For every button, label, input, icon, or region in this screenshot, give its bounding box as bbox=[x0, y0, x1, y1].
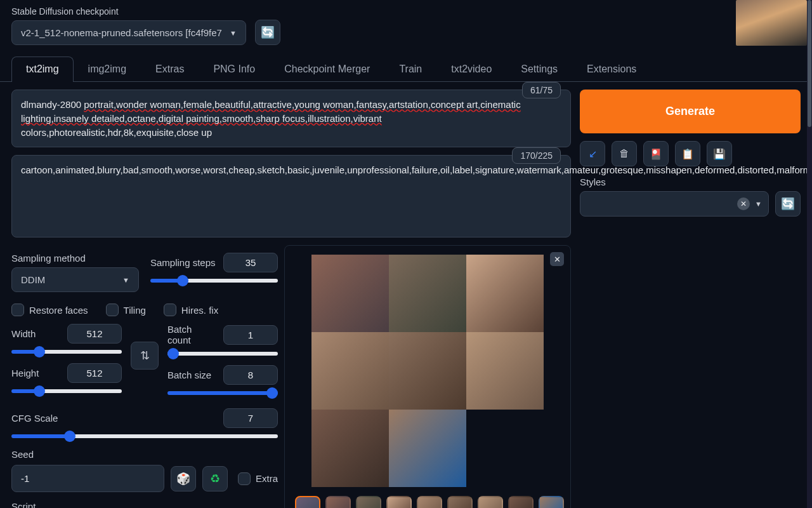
height-input[interactable] bbox=[67, 363, 122, 383]
width-input[interactable] bbox=[67, 324, 122, 344]
thumbnail[interactable] bbox=[356, 496, 381, 508]
recycle-seed-button[interactable]: ♻ bbox=[202, 466, 228, 491]
close-icon: ✕ bbox=[554, 255, 561, 264]
styles-select[interactable]: ✕ ▼ bbox=[580, 191, 769, 217]
tab-txt2img[interactable]: txt2img bbox=[11, 57, 74, 81]
output-image[interactable] bbox=[389, 410, 466, 487]
output-image[interactable] bbox=[311, 255, 389, 332]
sampling-steps-label: Sampling steps bbox=[150, 257, 216, 268]
tab-settings[interactable]: Settings bbox=[506, 57, 572, 81]
thumbnail[interactable] bbox=[386, 496, 412, 508]
tiling-check[interactable]: Tiling bbox=[106, 304, 146, 316]
sampling-method-label: Sampling method bbox=[11, 253, 139, 264]
height-label: Height bbox=[11, 368, 39, 378]
thumbnail-row bbox=[291, 496, 564, 508]
batch-size-input[interactable] bbox=[223, 365, 278, 385]
action-save-button[interactable]: 💾 bbox=[707, 141, 732, 166]
thumbnail[interactable] bbox=[508, 496, 534, 508]
checkbox-icon bbox=[11, 304, 24, 316]
batch-count-slider[interactable] bbox=[167, 352, 278, 356]
negative-token-count: 170/225 bbox=[512, 147, 561, 164]
clear-styles-icon[interactable]: ✕ bbox=[737, 197, 750, 210]
swap-icon: ⇅ bbox=[140, 349, 150, 363]
action-card-button[interactable]: 🎴 bbox=[643, 141, 669, 166]
chevron-down-icon: ▼ bbox=[230, 29, 237, 37]
batch-count-label: Batch count bbox=[167, 324, 216, 345]
output-image[interactable] bbox=[389, 255, 466, 332]
output-image[interactable] bbox=[466, 255, 544, 332]
refresh-icon: 🔄 bbox=[261, 25, 275, 39]
chevron-down-icon: ▼ bbox=[755, 200, 762, 208]
action-trash-button[interactable]: 🗑 bbox=[612, 141, 637, 166]
thumbnail[interactable] bbox=[478, 496, 503, 508]
checkpoint-label: Stable Diffusion checkpoint bbox=[11, 6, 246, 17]
thumbnail[interactable] bbox=[417, 496, 442, 508]
tab-checkpoint-merger[interactable]: Checkpoint Merger bbox=[270, 57, 384, 81]
checkpoint-value: v2-1_512-nonema-pruned.safetensors [fc4f… bbox=[21, 27, 222, 38]
checkbox-icon bbox=[106, 304, 119, 316]
webcam-overlay bbox=[736, 0, 807, 46]
chevron-down-icon: ▼ bbox=[122, 276, 129, 284]
output-image[interactable] bbox=[311, 332, 389, 410]
checkbox-icon bbox=[164, 304, 176, 316]
recycle-icon: ♻ bbox=[210, 472, 220, 486]
dice-icon: 🎲 bbox=[176, 472, 190, 486]
output-grid[interactable] bbox=[291, 255, 564, 487]
tab-img2img[interactable]: img2img bbox=[74, 57, 141, 81]
output-image[interactable] bbox=[311, 410, 389, 487]
random-seed-button[interactable]: 🎲 bbox=[171, 466, 196, 491]
tab-pnginfo[interactable]: PNG Info bbox=[199, 57, 270, 81]
thumbnail[interactable] bbox=[325, 496, 351, 508]
sampling-steps-slider[interactable] bbox=[150, 279, 278, 283]
cfg-label: CFG Scale bbox=[11, 413, 58, 424]
swap-dimensions-button[interactable]: ⇅ bbox=[131, 342, 159, 370]
checkpoint-select[interactable]: v2-1_512-nonema-pruned.safetensors [fc4f… bbox=[11, 20, 246, 45]
seed-input[interactable] bbox=[11, 465, 164, 492]
batch-size-label: Batch size bbox=[167, 370, 211, 380]
tab-extensions[interactable]: Extensions bbox=[572, 57, 651, 81]
output-image-empty bbox=[466, 410, 544, 487]
width-slider[interactable] bbox=[11, 350, 122, 354]
styles-label: Styles bbox=[580, 177, 801, 187]
close-output-button[interactable]: ✕ bbox=[550, 252, 564, 266]
width-label: Width bbox=[11, 328, 36, 339]
height-slider[interactable] bbox=[11, 389, 122, 393]
refresh-styles-button[interactable]: 🔄 bbox=[775, 191, 801, 217]
scrollbar[interactable] bbox=[807, 0, 812, 508]
batch-size-slider[interactable] bbox=[167, 391, 278, 395]
tab-extras[interactable]: Extras bbox=[141, 57, 199, 81]
prompt-token-count: 61/75 bbox=[522, 82, 561, 98]
thumbnail[interactable] bbox=[539, 496, 564, 508]
thumbnail[interactable] bbox=[295, 496, 320, 508]
thumbnail[interactable] bbox=[447, 496, 473, 508]
checkbox-icon bbox=[238, 472, 251, 485]
main-tabs: txt2img img2img Extras PNG Info Checkpoi… bbox=[0, 45, 812, 82]
output-panel: ✕ bbox=[284, 245, 571, 508]
tab-train[interactable]: Train bbox=[384, 57, 436, 81]
sampling-method-select[interactable]: DDIM ▼ bbox=[11, 267, 139, 292]
scrollbar-thumb[interactable] bbox=[808, 0, 811, 127]
output-image[interactable] bbox=[466, 332, 544, 410]
seed-label: Seed bbox=[11, 449, 278, 460]
negative-prompt-input[interactable]: cartoon,animated,blurry,bad,smooth,worse… bbox=[11, 155, 571, 237]
tab-txt2video[interactable]: txt2video bbox=[436, 57, 506, 81]
sampling-steps-input[interactable] bbox=[223, 253, 278, 272]
refresh-icon: 🔄 bbox=[781, 197, 795, 211]
prompt-input[interactable]: dlmandy-2800 portrait,wonder woman,femal… bbox=[11, 90, 571, 147]
refresh-checkpoint-button[interactable]: 🔄 bbox=[255, 20, 280, 45]
action-arrow-button[interactable]: ↙ bbox=[580, 141, 605, 166]
batch-count-input[interactable] bbox=[223, 325, 278, 345]
seed-extra-check[interactable]: Extra bbox=[238, 472, 278, 485]
generate-button[interactable]: Generate bbox=[580, 90, 801, 133]
restore-faces-check[interactable]: Restore faces bbox=[11, 304, 88, 316]
cfg-input[interactable] bbox=[223, 408, 278, 428]
cfg-slider[interactable] bbox=[11, 434, 278, 438]
hires-fix-check[interactable]: Hires. fix bbox=[164, 304, 218, 316]
action-clipboard-button[interactable]: 📋 bbox=[675, 141, 700, 166]
output-image[interactable] bbox=[389, 332, 466, 410]
script-label: Script bbox=[11, 501, 278, 508]
